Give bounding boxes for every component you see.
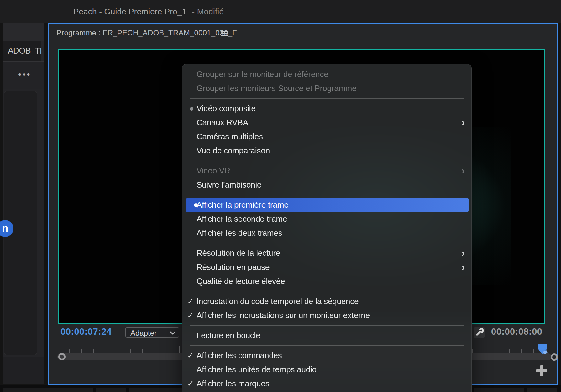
menu-item[interactable]: Lecture en boucle <box>182 328 472 343</box>
menu-item: Vidéo VR› <box>182 164 472 178</box>
ruler-tick <box>179 346 180 353</box>
checkmark-icon: ✓ <box>187 351 194 360</box>
menu-item: Grouper sur le moniteur de référence <box>182 67 472 81</box>
submenu-arrow-icon: › <box>461 261 465 273</box>
menu-item[interactable]: Suivre l’ambisonie <box>182 178 472 192</box>
ruler-tick <box>118 346 118 353</box>
playhead-marker[interactable] <box>538 343 549 355</box>
checkmark-icon: ✓ <box>187 297 194 306</box>
menu-item-label: Afficher les incrustations sur un monite… <box>197 311 370 320</box>
menu-item-label: Résolution de la lecture <box>197 248 280 258</box>
menu-item[interactable]: Qualité de lecture élevée <box>182 274 472 288</box>
source-panel-bottom-area <box>3 357 44 384</box>
menu-item-label: Lecture en boucle <box>197 331 260 340</box>
menu-item-label: Afficher les marques <box>197 379 270 389</box>
menu-item-label: Vidéo VR <box>197 166 230 176</box>
menu-item[interactable]: Caméras multiples <box>182 130 472 144</box>
menu-item[interactable]: Résolution de la lecture› <box>182 246 472 260</box>
ruler-tick <box>472 349 473 353</box>
menu-item-label: Résolution en pause <box>197 262 270 272</box>
ruler-tick <box>167 349 167 353</box>
ruler-tick <box>93 349 94 353</box>
menu-separator <box>190 243 464 243</box>
menu-separator <box>190 291 464 291</box>
menu-item[interactable]: Vue de comparaison <box>182 144 472 158</box>
source-panel-top-strip <box>3 23 44 41</box>
menu-item[interactable]: Résolution en pause› <box>182 260 472 274</box>
menu-item[interactable]: ✓Afficher les incrustations sur un monit… <box>182 308 472 322</box>
scrollbar-left-handle[interactable] <box>58 353 66 360</box>
context-menu: Grouper sur le moniteur de référenceGrou… <box>182 64 472 392</box>
chevron-down-icon <box>170 331 176 335</box>
menu-item-label: Vue de comparaison <box>197 146 270 156</box>
zoom-fit-dropdown[interactable]: Adapter <box>125 327 179 338</box>
overflow-menu-icon[interactable]: ••• <box>18 69 31 80</box>
menu-separator <box>190 345 464 346</box>
menu-item[interactable]: Afficher les unités de temps audio <box>182 363 472 377</box>
menu-item-label: Afficher la seconde trame <box>197 214 287 224</box>
menu-item-label: Caméras multiples <box>197 132 263 142</box>
panel-tab[interactable] <box>129 388 189 392</box>
settings-wrench-button[interactable] <box>474 327 485 338</box>
menu-separator <box>190 161 464 161</box>
source-panel-tab-bar: _ADOB_TRA <box>3 41 44 61</box>
ruler-tick <box>142 349 143 353</box>
menu-separator <box>190 325 464 326</box>
scrollbar-right-handle[interactable] <box>551 353 558 361</box>
submenu-arrow-icon: › <box>461 116 465 128</box>
ruler-tick <box>81 349 82 353</box>
menu-item[interactable]: Afficher la première trame <box>186 198 469 212</box>
submenu-arrow-icon: › <box>461 164 465 177</box>
end-timecode: 00:00:08:00 <box>491 327 543 337</box>
menu-item[interactable]: Vidéo composite <box>182 101 472 116</box>
menu-item-label: Afficher les deux trames <box>197 228 282 238</box>
window-modified-flag: - Modifié <box>192 7 224 16</box>
panel-tab[interactable] <box>474 388 524 392</box>
menu-separator <box>190 195 464 195</box>
ruler-tick <box>533 349 534 353</box>
current-timecode[interactable]: 00:00:07:24 <box>60 327 112 337</box>
ruler-tick <box>497 349 497 353</box>
ruler-tick <box>521 349 522 353</box>
panel-tab[interactable] <box>96 388 126 392</box>
panel-menu-icon[interactable] <box>221 31 228 36</box>
menu-item-label: Qualité de lecture élevée <box>197 276 285 286</box>
source-panel-tab-label: _ADOB_TRA <box>3 46 41 56</box>
menu-item-label: Grouper les moniteurs Source et Programm… <box>197 84 357 93</box>
menu-item-label: Canaux RVBA <box>197 118 248 127</box>
ruler-tick <box>106 349 106 353</box>
notification-badge-letter: n <box>2 222 8 234</box>
panel-overflow-row: ••• <box>3 62 44 89</box>
radio-dot-icon <box>190 107 193 111</box>
menu-item: Grouper les moniteurs Source et Programm… <box>182 81 472 95</box>
menu-item-label: Vidéo composite <box>197 104 256 113</box>
menu-item-label: Suivre l’ambisonie <box>197 180 261 190</box>
ruler-tick <box>155 349 155 353</box>
menu-item[interactable]: ✓Afficher les marques <box>182 377 472 391</box>
menu-item[interactable]: Afficher les deux trames <box>182 226 472 240</box>
menu-item-label: Grouper sur le moniteur de référence <box>197 70 328 79</box>
submenu-arrow-icon: › <box>461 247 465 259</box>
menu-item[interactable]: ✓Afficher les commandes <box>182 348 472 363</box>
menu-item-label: Afficher les commandes <box>197 351 282 360</box>
source-panel-tab[interactable]: _ADOB_TRA <box>3 41 41 61</box>
panel-tab[interactable] <box>527 388 557 392</box>
ruler-tick <box>509 349 510 353</box>
menu-item[interactable]: ✓Incrustation du code temporel de la séq… <box>182 294 472 308</box>
panel-tab[interactable] <box>3 388 93 392</box>
window-title: Peach - Guide Premiere Pro_1 - Modifié <box>73 7 224 17</box>
menu-item-label: Afficher la première trame <box>197 200 288 210</box>
zoom-fit-value: Adapter <box>130 329 157 338</box>
panel-title: Programme : FR_PECH_ADOB_TRAM_0001_030_F <box>56 28 237 37</box>
radio-dot-icon <box>194 203 198 207</box>
menu-item[interactable]: Afficher la seconde trame <box>182 212 472 226</box>
ruler-tick <box>57 346 57 353</box>
ruler-tick <box>130 349 131 353</box>
menu-item-label: Afficher les unités de temps audio <box>197 365 317 374</box>
title-bar: Peach - Guide Premiere Pro_1 - Modifié <box>0 0 561 23</box>
menu-separator <box>190 98 464 99</box>
window-title-text: Peach - Guide Premiere Pro_1 <box>73 7 186 16</box>
menu-item[interactable]: Canaux RVBA› <box>182 116 472 130</box>
add-button-editor-icon[interactable] <box>536 365 547 376</box>
checkmark-icon: ✓ <box>187 311 194 320</box>
